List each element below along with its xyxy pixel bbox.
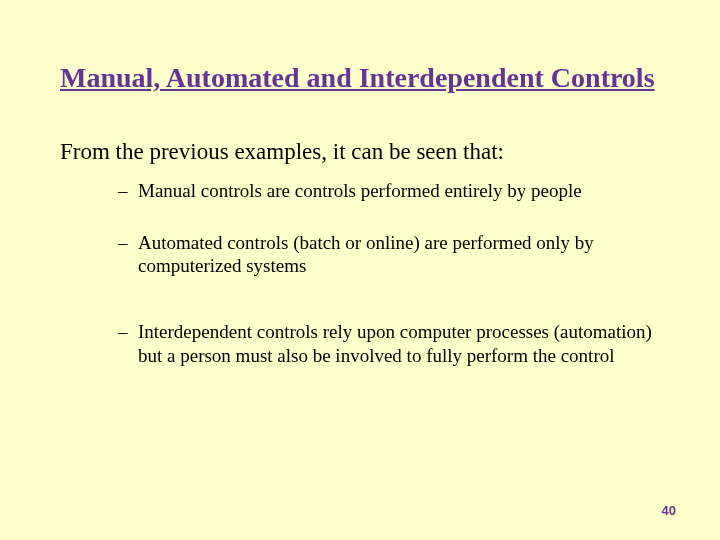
bullet-list: –Manual controls are controls performed … bbox=[60, 179, 660, 368]
intro-text: From the previous examples, it can be se… bbox=[60, 138, 660, 167]
bullet-text: Interdependent controls rely upon comput… bbox=[138, 321, 652, 366]
slide-title: Manual, Automated and Interdependent Con… bbox=[60, 62, 660, 94]
bullet-text: Automated controls (batch or online) are… bbox=[138, 232, 594, 277]
list-item: –Automated controls (batch or online) ar… bbox=[118, 231, 660, 279]
slide: Manual, Automated and Interdependent Con… bbox=[0, 0, 720, 540]
bullet-text: Manual controls are controls performed e… bbox=[138, 180, 582, 201]
list-item: –Interdependent controls rely upon compu… bbox=[118, 320, 660, 368]
page-number: 40 bbox=[662, 503, 676, 518]
list-item: –Manual controls are controls performed … bbox=[118, 179, 660, 203]
